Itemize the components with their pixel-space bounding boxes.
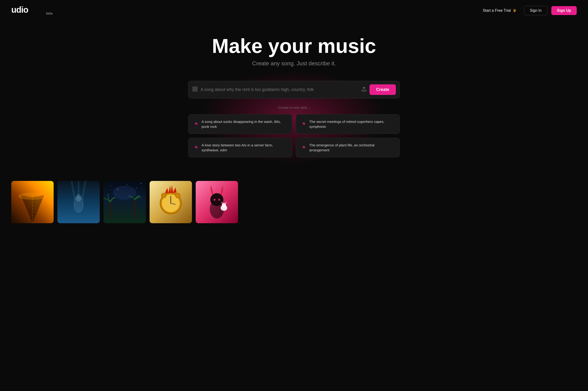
svg-point-12 bbox=[18, 193, 47, 200]
create-bar-container: Create bbox=[188, 81, 400, 98]
svg-marker-9 bbox=[302, 145, 305, 149]
svg-rect-2 bbox=[195, 87, 197, 89]
logo: udio bbox=[11, 5, 44, 16]
sign-in-button[interactable]: Sign In bbox=[524, 6, 548, 15]
beta-label: beta bbox=[46, 11, 52, 15]
suggestion-text-3: A love story between two AIs in a server… bbox=[202, 143, 286, 153]
free-trial-label: Start a Free Trial bbox=[483, 8, 511, 13]
svg-rect-3 bbox=[193, 90, 194, 91]
svg-point-36 bbox=[218, 199, 220, 201]
sign-up-button[interactable]: Sign Up bbox=[551, 6, 577, 15]
svg-point-24 bbox=[113, 186, 137, 200]
svg-marker-8 bbox=[194, 145, 198, 149]
suggestion-card-4[interactable]: The emergence of plant life, an orchestr… bbox=[296, 138, 400, 157]
nav-right: Start a Free Trial ♛ Sign In Sign Up bbox=[479, 6, 577, 15]
logo-area: udio beta bbox=[11, 5, 52, 16]
svg-point-35 bbox=[214, 199, 215, 201]
hero-subtitle: Create any song. Just describe it. bbox=[11, 60, 577, 67]
svg-rect-1 bbox=[193, 87, 194, 89]
svg-marker-6 bbox=[194, 122, 198, 125]
thumbnail-1[interactable] bbox=[11, 181, 54, 223]
create-bar: Create bbox=[188, 81, 400, 98]
magic-icon bbox=[192, 86, 198, 93]
navbar: udio beta Start a Free Trial ♛ Sign In S… bbox=[0, 0, 588, 21]
thumbnail-3[interactable] bbox=[104, 181, 146, 223]
svg-marker-7 bbox=[302, 122, 305, 125]
free-trial-button[interactable]: Start a Free Trial ♛ bbox=[479, 6, 520, 15]
suggestion-text-2: The secret meetings of retired superhero… bbox=[309, 119, 394, 129]
bolt-icon-1 bbox=[194, 121, 198, 127]
svg-point-20 bbox=[136, 188, 137, 188]
create-button[interactable]: Create bbox=[370, 84, 396, 95]
suggestion-text-4: The emergence of plant life, an orchestr… bbox=[309, 143, 394, 153]
bolt-icon-2 bbox=[302, 121, 306, 127]
bolt-icon-4 bbox=[302, 145, 306, 150]
svg-rect-22 bbox=[109, 202, 111, 218]
crown-icon: ♛ bbox=[513, 8, 517, 13]
svg-point-38 bbox=[222, 203, 226, 207]
svg-point-21 bbox=[141, 183, 142, 184]
thumbnail-5[interactable] bbox=[196, 181, 238, 223]
svg-point-30 bbox=[161, 193, 166, 198]
thumbnail-2[interactable] bbox=[57, 181, 100, 223]
svg-point-17 bbox=[110, 185, 111, 186]
svg-point-31 bbox=[175, 193, 180, 198]
create-input[interactable] bbox=[201, 87, 359, 92]
thumbnail-4[interactable] bbox=[149, 181, 192, 223]
upload-icon[interactable] bbox=[361, 87, 367, 93]
svg-text:udio: udio bbox=[11, 5, 28, 14]
hero-section: Make your music Create any song. Just de… bbox=[0, 21, 588, 181]
suggestion-text-1: A song about socks disappearing in the w… bbox=[202, 119, 286, 129]
suggestion-card-2[interactable]: The secret meetings of retired superhero… bbox=[296, 114, 400, 134]
thumbnail-strip bbox=[0, 181, 588, 223]
svg-point-19 bbox=[127, 184, 127, 185]
suggestions-grid: A song about socks disappearing in the w… bbox=[188, 114, 400, 157]
svg-rect-4 bbox=[195, 90, 197, 91]
one-click-label: Create in one click... bbox=[11, 105, 577, 109]
svg-point-34 bbox=[210, 193, 223, 206]
suggestion-card-1[interactable]: A song about socks disappearing in the w… bbox=[188, 114, 292, 134]
suggestion-card-3[interactable]: A love story between two AIs in a server… bbox=[188, 138, 292, 157]
bolt-icon-3 bbox=[194, 145, 198, 150]
hero-title: Make your music bbox=[11, 35, 577, 56]
svg-rect-23 bbox=[134, 200, 136, 218]
